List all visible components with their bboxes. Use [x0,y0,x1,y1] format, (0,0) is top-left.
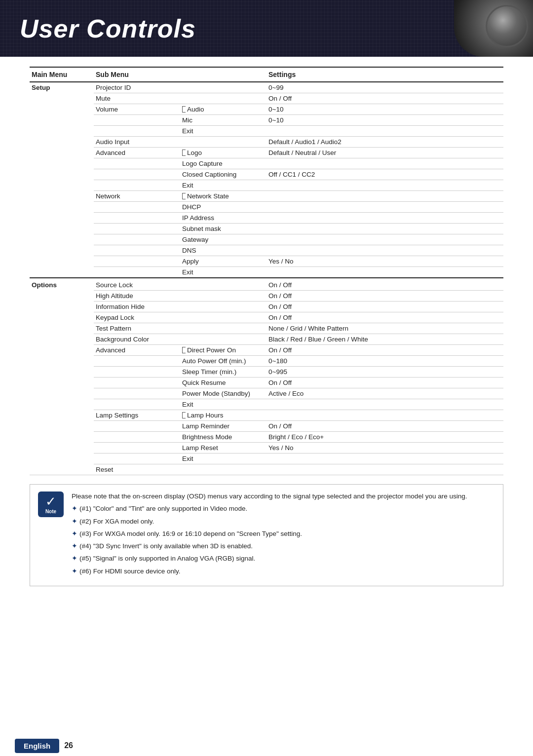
settings-value [266,126,503,137]
sub-menu-item-2: Exit [180,267,266,278]
note-2: ✦(#2) For XGA model only. [72,517,495,527]
sub-menu-item-2: Lamp Hours [180,410,266,421]
note-icon-box: ✓ Note [38,491,64,517]
note-5: ✦(#5) "Signal" is only supported in Anal… [72,554,495,564]
note-4: ✦(#4) "3D Sync Invert" is only available… [72,541,495,551]
settings-value: Bright / Eco / Eco+ [266,432,503,443]
page-title: User Controls [20,14,196,43]
col-header-sub2 [180,67,266,82]
col-header-main-menu: Main Menu [30,67,94,82]
sub-menu-item-2: Closed Captioning [180,169,266,180]
settings-value: Default / Audio1 / Audio2 [266,137,503,148]
sub-menu-item: Lamp Settings [94,410,180,421]
sub-menu-item-2: Subnet mask [180,224,266,234]
sub-menu-item: Volume [94,104,180,115]
sub-menu-item [94,443,180,454]
sub-menu-item: Background Color [94,334,180,345]
note-6: ✦(#6) For HDMI source device only. [72,567,495,576]
sub-menu-item-2: Exit [180,126,266,137]
sub-menu-item-2: Audio [180,104,266,115]
settings-value: 0~180 [266,356,503,367]
settings-value: Default / Neutral / User [266,148,503,158]
sub-menu-item: Mute [94,93,180,104]
sub-menu-item [94,234,180,245]
settings-value [266,464,503,475]
sub-menu-item [94,245,180,256]
sub-menu-item [94,213,180,224]
sub-menu-item-2 [180,278,266,291]
sub-menu-item: High Altitude [94,291,180,302]
settings-value: 0~99 [266,82,503,93]
settings-value: On / Off [266,302,503,312]
settings-value [266,158,503,169]
settings-value: None / Grid / White Pattern [266,323,503,334]
settings-value: 0~10 [266,115,503,126]
header-camera-image [454,0,533,57]
sub-menu-item-2: Exit [180,454,266,464]
sub-menu-item-2: Exit [180,399,266,410]
sub-menu-item: Advanced [94,345,180,356]
footer-language: English [15,739,59,753]
sub-menu-item [94,399,180,410]
sub-menu-item [94,202,180,213]
settings-value [266,213,503,224]
sub-menu-item: Advanced [94,148,180,158]
sub-menu-item-2 [180,323,266,334]
sub-menu-item-2: IP Address [180,213,266,224]
settings-value: Black / Red / Blue / Green / White [266,334,503,345]
sub-menu-item [94,267,180,278]
note-3: ✦(#3) For WXGA model only. 16:9 or 16:10… [72,529,495,539]
sub-menu-item-2 [180,302,266,312]
note-1: ✦(#1) "Color" and "Tint" are only suppor… [72,504,495,514]
settings-value [266,267,503,278]
settings-value: Yes / No [266,256,503,267]
sub-menu-item-2: DHCP [180,202,266,213]
sub-menu-item-2: Lamp Reset [180,443,266,454]
settings-value [266,245,503,256]
sub-menu-item: Information Hide [94,302,180,312]
main-menu-label: Setup [30,82,94,278]
notes-content: Please note that the on-screen display (… [72,491,495,579]
main-menu-label: Options [30,278,94,475]
sub-menu-item [94,180,180,191]
settings-value: Off / CC1 / CC2 [266,169,503,180]
page-header: User Controls [0,0,533,57]
settings-value: On / Off [266,291,503,302]
sub-menu-item-2: Logo [180,148,266,158]
sub-menu-item [94,421,180,432]
settings-value [266,410,503,421]
settings-value [266,180,503,191]
settings-value: On / Off [266,345,503,356]
sub-menu-item [94,115,180,126]
page-footer: English 26 [0,735,533,756]
settings-value [266,399,503,410]
sub-menu-item: Source Lock [94,278,180,291]
note-checkmark: ✓ [45,494,56,509]
settings-value: 0~10 [266,104,503,115]
sub-menu-item [94,378,180,388]
sub-menu-item-2 [180,464,266,475]
settings-value [266,191,503,202]
sub-menu-item-2: Gateway [180,234,266,245]
sub-menu-item [94,158,180,169]
settings-value: On / Off [266,378,503,388]
sub-menu-item [94,126,180,137]
col-header-sub-menu: Sub Menu [94,67,180,82]
settings-value [266,454,503,464]
settings-value: Yes / No [266,443,503,454]
col-header-settings: Settings [266,67,503,82]
settings-value [266,224,503,234]
sub-menu-item: Test Pattern [94,323,180,334]
settings-value: Active / Eco [266,388,503,399]
sub-menu-item [94,169,180,180]
sub-menu-item: Audio Input [94,137,180,148]
note-main: Please note that the on-screen display (… [72,491,495,501]
note-label: Note [45,509,56,514]
sub-menu-item [94,388,180,399]
sub-menu-item-2: Mic [180,115,266,126]
sub-menu-item-2: Direct Power On [180,345,266,356]
sub-menu-item-2: Exit [180,180,266,191]
sub-menu-item-2 [180,312,266,323]
sub-menu-item-2 [180,137,266,148]
settings-value: 0~995 [266,367,503,378]
